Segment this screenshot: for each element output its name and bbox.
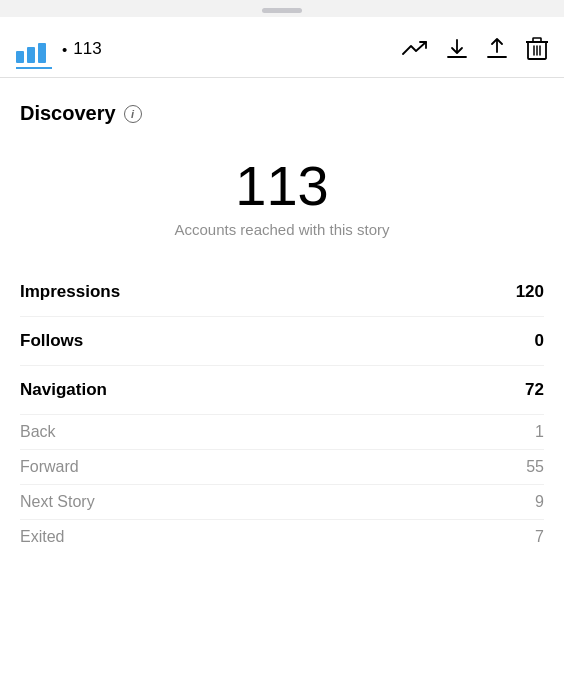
accounts-reached-number: 113 [20, 155, 544, 217]
toolbar: • 113 [0, 17, 564, 78]
navigation-label: Navigation [20, 380, 107, 400]
next-story-label: Next Story [20, 493, 95, 511]
toolbar-left: • 113 [16, 29, 402, 69]
svg-rect-6 [533, 38, 541, 42]
discovery-title: Discovery [20, 102, 116, 125]
info-icon[interactable]: i [124, 105, 142, 123]
toolbar-right [402, 37, 548, 61]
navigation-sub-section: Back 1 Forward 55 Next Story 9 Exited 7 [20, 415, 544, 554]
follows-label: Follows [20, 331, 83, 351]
back-row: Back 1 [20, 415, 544, 450]
share-icon[interactable] [486, 38, 508, 60]
exited-label: Exited [20, 528, 64, 546]
back-value: 1 [535, 423, 544, 441]
stats-section: Impressions 120 Follows 0 Navigation 72 … [20, 268, 544, 554]
big-number-container: 113 Accounts reached with this story [20, 145, 544, 244]
forward-value: 55 [526, 458, 544, 476]
next-story-row: Next Story 9 [20, 485, 544, 520]
discovery-header: Discovery i [20, 78, 544, 145]
follows-value: 0 [535, 331, 544, 351]
drag-indicator [0, 0, 564, 17]
accounts-reached-label: Accounts reached with this story [20, 221, 544, 238]
exited-value: 7 [535, 528, 544, 546]
impressions-label: Impressions [20, 282, 120, 302]
navigation-value: 72 [525, 380, 544, 400]
forward-row: Forward 55 [20, 450, 544, 485]
exited-row: Exited 7 [20, 520, 544, 554]
drag-pill [262, 8, 302, 13]
impressions-row: Impressions 120 [20, 268, 544, 317]
delete-icon[interactable] [526, 37, 548, 61]
eye-icon: • [62, 41, 67, 58]
navigation-row: Navigation 72 [20, 366, 544, 415]
impressions-value: 120 [516, 282, 544, 302]
back-label: Back [20, 423, 56, 441]
chart-icon[interactable] [16, 29, 52, 69]
forward-label: Forward [20, 458, 79, 476]
download-icon[interactable] [446, 38, 468, 60]
trending-up-icon[interactable] [402, 39, 428, 59]
main-content: Discovery i 113 Accounts reached with th… [0, 78, 564, 554]
next-story-value: 9 [535, 493, 544, 511]
follows-row: Follows 0 [20, 317, 544, 366]
view-count-display: • 113 [62, 39, 102, 59]
view-count-value: 113 [73, 39, 101, 59]
